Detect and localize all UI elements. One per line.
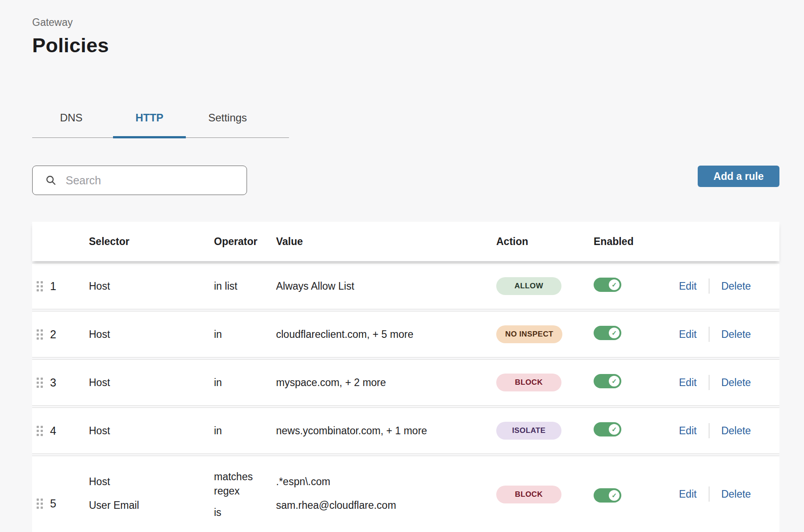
row-number: 4 xyxy=(50,424,56,437)
header-operator: Operator xyxy=(214,236,276,248)
drag-handle-icon[interactable] xyxy=(37,499,43,509)
selector-value: Host xyxy=(89,280,214,292)
divider xyxy=(709,327,709,342)
row-number: 5 xyxy=(50,497,56,510)
edit-button[interactable]: Edit xyxy=(679,488,697,500)
search-input[interactable] xyxy=(59,166,239,195)
checkmark-icon: ✓ xyxy=(609,279,620,290)
drag-handle-icon[interactable] xyxy=(37,378,43,388)
header-value: Value xyxy=(276,236,496,248)
search-box[interactable] xyxy=(32,166,247,195)
operator-value: in xyxy=(214,377,276,389)
row-number: 1 xyxy=(50,280,56,293)
divider xyxy=(709,278,709,294)
action-badge: ALLOW xyxy=(496,277,561,295)
table-row: 2 Host in cloudflareclient.com, + 5 more… xyxy=(32,311,779,357)
checkmark-icon: ✓ xyxy=(609,424,620,435)
action-badge: NO INSPECT xyxy=(496,325,562,343)
action-badge: BLOCK xyxy=(496,374,561,391)
add-rule-button[interactable]: Add a rule xyxy=(698,166,779,187)
delete-button[interactable]: Delete xyxy=(721,488,751,500)
action-badge: BLOCK xyxy=(496,486,561,503)
enabled-toggle[interactable]: ✓ xyxy=(594,488,621,503)
breadcrumb: Gateway xyxy=(32,16,779,29)
rule-value: .*espn\.com xyxy=(276,476,496,488)
edit-button[interactable]: Edit xyxy=(679,377,697,389)
enabled-toggle[interactable]: ✓ xyxy=(594,278,621,292)
header-enabled: Enabled xyxy=(590,236,679,248)
header-selector: Selector xyxy=(89,236,214,248)
drag-handle-icon[interactable] xyxy=(37,281,43,291)
divider xyxy=(709,423,709,438)
operator-value: matches regex xyxy=(214,470,276,498)
checkmark-icon: ✓ xyxy=(609,490,620,501)
enabled-toggle[interactable]: ✓ xyxy=(594,422,621,436)
table-row: 4 Host in news.ycombinator.com, + 1 more… xyxy=(32,407,779,454)
edit-button[interactable]: Edit xyxy=(679,425,697,437)
enabled-toggle[interactable]: ✓ xyxy=(594,374,621,388)
page-content: Gateway Policies DNS HTTP Settings Add a… xyxy=(0,0,804,532)
header-action: Action xyxy=(496,236,590,248)
operator-value: is xyxy=(214,505,276,520)
toolbar: Add a rule xyxy=(32,166,779,195)
operator-value: in xyxy=(214,328,276,341)
checkmark-icon: ✓ xyxy=(609,376,620,387)
delete-button[interactable]: Delete xyxy=(721,425,751,437)
drag-handle-icon[interactable] xyxy=(37,426,43,436)
selector-value: Host xyxy=(89,377,214,389)
operator-value: in list xyxy=(214,280,276,292)
checkmark-icon: ✓ xyxy=(609,328,620,338)
action-badge: ISOLATE xyxy=(496,422,561,440)
row-number: 2 xyxy=(50,328,56,341)
table-row: 3 Host in myspace.com, + 2 more BLOCK ✓ … xyxy=(32,359,779,406)
selector-value: User Email xyxy=(89,499,214,511)
table-row: 5 Host User Email matches regex is .*esp… xyxy=(32,456,779,532)
drag-handle-icon[interactable] xyxy=(37,329,43,340)
table-row: 1 Host in list Always Allow List ALLOW ✓… xyxy=(32,263,779,309)
tab-http[interactable]: HTTP xyxy=(110,107,188,137)
rule-value: Always Allow List xyxy=(276,280,496,292)
selector-value: Host xyxy=(89,328,214,341)
rule-value: sam.rhea@cloudflare.com xyxy=(276,499,496,511)
tab-dns[interactable]: DNS xyxy=(32,107,110,137)
delete-button[interactable]: Delete xyxy=(721,328,751,341)
row-number: 3 xyxy=(50,376,56,389)
operator-value: in xyxy=(214,425,276,437)
rule-value: myspace.com, + 2 more xyxy=(276,377,496,389)
rule-value: news.ycombinator.com, + 1 more xyxy=(276,425,496,437)
enabled-toggle[interactable]: ✓ xyxy=(594,326,621,340)
selector-value: Host xyxy=(89,476,214,488)
rule-value: cloudflareclient.com, + 5 more xyxy=(276,328,496,341)
edit-button[interactable]: Edit xyxy=(679,280,697,292)
page-title: Policies xyxy=(32,34,779,57)
policies-table: Selector Operator Value Action Enabled 1… xyxy=(32,222,779,532)
tab-settings[interactable]: Settings xyxy=(188,107,267,137)
tab-bar: DNS HTTP Settings xyxy=(32,107,289,138)
selector-value: Host xyxy=(89,425,214,437)
divider xyxy=(709,486,709,502)
search-icon xyxy=(45,175,57,186)
edit-button[interactable]: Edit xyxy=(679,328,697,341)
table-header-row: Selector Operator Value Action Enabled xyxy=(32,222,779,261)
delete-button[interactable]: Delete xyxy=(721,280,751,292)
divider xyxy=(709,375,709,390)
delete-button[interactable]: Delete xyxy=(721,377,751,389)
